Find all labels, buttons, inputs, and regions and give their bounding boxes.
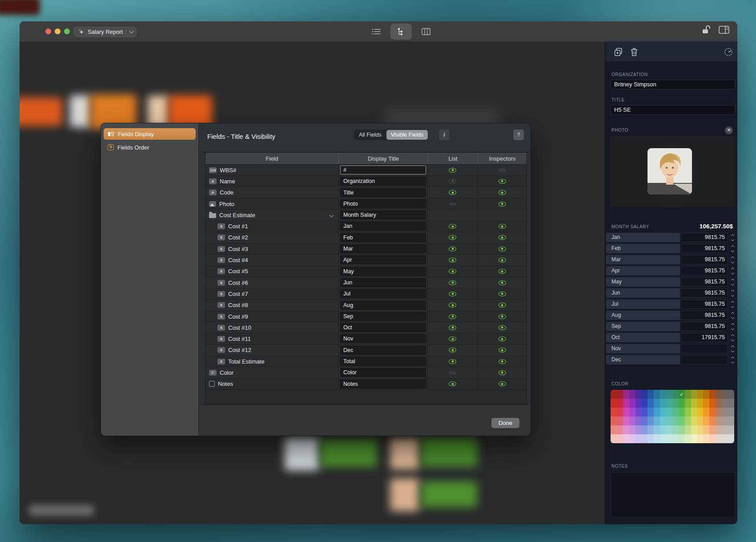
list-visibility-cell[interactable] bbox=[428, 288, 478, 299]
inspectors-visibility-cell[interactable] bbox=[478, 187, 527, 198]
salary-value-field[interactable]: 9815.75 bbox=[681, 311, 728, 320]
color-swatch[interactable] bbox=[703, 408, 709, 417]
color-swatch[interactable] bbox=[697, 408, 704, 417]
color-swatch[interactable] bbox=[728, 434, 734, 443]
table-row[interactable]: C Color Color n/a bbox=[205, 367, 527, 378]
display-title-input[interactable]: Title bbox=[340, 188, 426, 197]
color-swatch[interactable] bbox=[611, 390, 617, 399]
color-swatch[interactable] bbox=[691, 417, 697, 425]
color-swatch[interactable] bbox=[716, 425, 722, 434]
visibility-eye-icon[interactable] bbox=[499, 314, 506, 319]
color-swatch[interactable] bbox=[709, 399, 716, 408]
color-swatch[interactable] bbox=[647, 408, 654, 417]
stepper-up-icon[interactable] bbox=[731, 334, 734, 337]
visibility-eye-icon[interactable] bbox=[449, 168, 456, 173]
all-fields-button[interactable]: All Fields bbox=[354, 130, 386, 140]
color-swatch[interactable] bbox=[641, 417, 647, 425]
color-swatch[interactable] bbox=[703, 399, 709, 408]
salary-value-field[interactable] bbox=[681, 355, 728, 364]
color-swatch[interactable] bbox=[654, 390, 660, 399]
list-visibility-cell[interactable] bbox=[428, 345, 478, 356]
salary-value-field[interactable]: 9815.75 bbox=[681, 288, 728, 298]
inspectors-visibility-cell[interactable] bbox=[478, 255, 527, 266]
title-field[interactable]: H5 SE bbox=[611, 105, 735, 115]
unlock-icon[interactable] bbox=[702, 25, 711, 35]
color-swatch[interactable] bbox=[691, 434, 697, 443]
stepper-control[interactable] bbox=[730, 333, 735, 342]
color-swatch[interactable] bbox=[703, 434, 709, 443]
color-swatch[interactable] bbox=[672, 425, 679, 434]
color-swatch[interactable] bbox=[672, 408, 679, 417]
color-swatch[interactable] bbox=[611, 399, 617, 408]
visibility-eye-icon[interactable] bbox=[449, 258, 456, 263]
color-swatch[interactable] bbox=[666, 408, 672, 417]
color-swatch[interactable] bbox=[660, 434, 666, 443]
table-row[interactable]: $ Cost #1 Jan bbox=[205, 221, 527, 232]
color-swatch[interactable] bbox=[654, 434, 660, 443]
inspectors-visibility-cell[interactable] bbox=[478, 221, 527, 232]
duplicate-icon[interactable] bbox=[614, 48, 623, 57]
color-swatch[interactable] bbox=[647, 425, 654, 434]
color-swatch[interactable] bbox=[716, 417, 722, 425]
color-swatch[interactable] bbox=[623, 434, 629, 443]
color-swatch[interactable] bbox=[666, 434, 672, 443]
visibility-eye-icon[interactable] bbox=[449, 314, 456, 319]
stepper-up-icon[interactable] bbox=[731, 345, 734, 348]
color-swatch[interactable] bbox=[647, 417, 654, 425]
color-swatch[interactable] bbox=[685, 434, 691, 443]
display-title-input[interactable]: Jan bbox=[340, 222, 426, 231]
list-visibility-cell[interactable] bbox=[428, 187, 478, 198]
stepper-down-icon[interactable] bbox=[731, 338, 734, 341]
visibility-eye-icon[interactable] bbox=[499, 202, 506, 206]
table-row[interactable]: Photo Photo n/a bbox=[205, 198, 527, 210]
stepper-down-icon[interactable] bbox=[731, 260, 734, 263]
display-title-input[interactable]: Jun bbox=[340, 278, 426, 287]
list-visibility-cell[interactable] bbox=[428, 165, 478, 176]
table-row[interactable]: $ Cost #4 Apr bbox=[205, 255, 527, 266]
color-swatch[interactable] bbox=[709, 408, 716, 417]
salary-value-field[interactable]: 9815.75 bbox=[681, 277, 728, 287]
visibility-eye-icon[interactable] bbox=[499, 303, 506, 307]
color-swatch[interactable] bbox=[660, 399, 666, 408]
inspectors-visibility-cell[interactable] bbox=[478, 277, 527, 288]
table-row[interactable]: Cost Estimate Month Salary bbox=[205, 210, 527, 221]
color-swatch[interactable] bbox=[635, 399, 642, 408]
minimize-button[interactable] bbox=[55, 28, 60, 34]
color-swatch[interactable] bbox=[654, 399, 660, 408]
color-swatch[interactable] bbox=[722, 390, 728, 399]
display-title-input[interactable]: Photo bbox=[340, 199, 426, 208]
stepper-up-icon[interactable] bbox=[731, 356, 734, 359]
tree-view-button[interactable] bbox=[390, 24, 412, 40]
color-swatch[interactable] bbox=[679, 399, 685, 408]
color-swatch[interactable] bbox=[641, 399, 647, 408]
inspectors-visibility-cell[interactable] bbox=[478, 333, 527, 344]
stepper-down-icon[interactable] bbox=[731, 271, 734, 274]
stepper-down-icon[interactable] bbox=[731, 238, 734, 241]
display-title-input[interactable]: May bbox=[340, 267, 426, 276]
color-swatch[interactable] bbox=[660, 417, 666, 425]
display-title-input[interactable]: Sep bbox=[340, 312, 426, 321]
list-visibility-cell[interactable] bbox=[428, 277, 478, 288]
color-swatch[interactable] bbox=[635, 417, 642, 425]
stepper-down-icon[interactable] bbox=[731, 360, 734, 363]
stepper-control[interactable] bbox=[730, 322, 735, 331]
stepper-control[interactable] bbox=[730, 311, 735, 320]
list-visibility-cell[interactable] bbox=[428, 255, 478, 266]
list-visibility-cell[interactable] bbox=[428, 243, 478, 255]
color-swatch[interactable] bbox=[654, 408, 660, 417]
stepper-control[interactable] bbox=[730, 278, 735, 286]
color-swatch[interactable] bbox=[617, 417, 623, 425]
display-title-input[interactable]: Jul bbox=[340, 289, 426, 298]
stepper-control[interactable] bbox=[730, 300, 735, 308]
display-title-input[interactable]: Total bbox=[340, 357, 426, 366]
visibility-eye-icon[interactable] bbox=[449, 303, 456, 307]
organization-field[interactable]: Britney Simpson bbox=[611, 80, 735, 89]
color-swatch[interactable] bbox=[716, 399, 722, 408]
inspectors-visibility-cell[interactable] bbox=[478, 210, 527, 221]
color-swatch[interactable] bbox=[703, 425, 709, 434]
stepper-down-icon[interactable] bbox=[731, 304, 734, 307]
color-swatch[interactable] bbox=[660, 390, 666, 399]
trash-icon[interactable] bbox=[630, 48, 638, 57]
photo-portrait[interactable] bbox=[647, 148, 692, 194]
stepper-down-icon[interactable] bbox=[731, 249, 734, 252]
